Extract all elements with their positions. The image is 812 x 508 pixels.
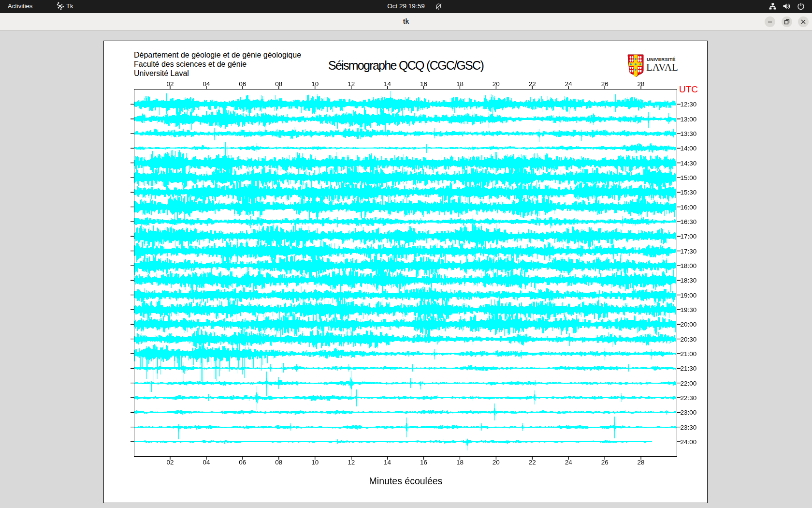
svg-text:LAVAL: LAVAL — [646, 61, 678, 73]
